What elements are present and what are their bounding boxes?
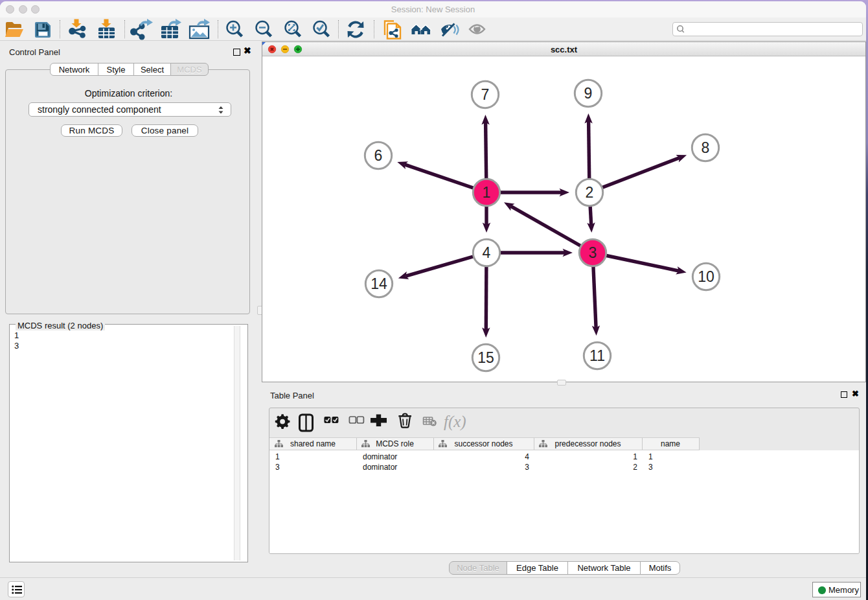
svg-text:4: 4 <box>483 244 491 261</box>
svg-text:2: 2 <box>586 184 594 201</box>
svg-text:10: 10 <box>698 268 714 285</box>
svg-text:6: 6 <box>374 147 383 164</box>
svg-text:14: 14 <box>371 275 387 292</box>
svg-text:15: 15 <box>477 349 494 366</box>
svg-text:3: 3 <box>589 244 597 261</box>
svg-text:9: 9 <box>584 85 593 102</box>
svg-text:f(x): f(x) <box>444 413 466 431</box>
svg-text:11: 11 <box>589 347 605 364</box>
svg-text:7: 7 <box>481 86 490 103</box>
svg-text:1: 1 <box>483 184 491 201</box>
svg-text:8: 8 <box>702 139 710 156</box>
